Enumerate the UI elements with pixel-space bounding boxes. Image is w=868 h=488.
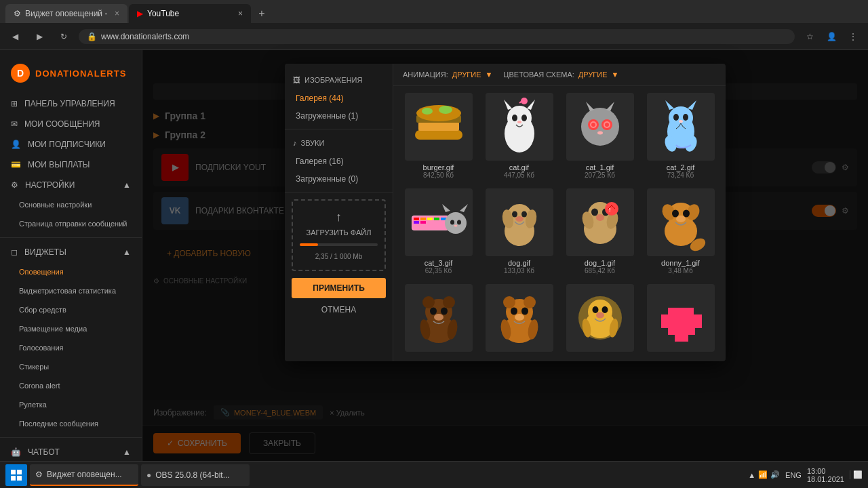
last-messages-label: Последние сообщения bbox=[19, 420, 98, 428]
gif-item-lion[interactable] bbox=[564, 284, 635, 354]
modal-sounds-gallery-item[interactable]: Галерея (16) bbox=[285, 152, 393, 170]
logo-icon: D bbox=[11, 64, 30, 83]
svg-rect-1 bbox=[418, 122, 459, 131]
start-button[interactable] bbox=[5, 464, 27, 486]
svg-rect-106 bbox=[688, 314, 695, 321]
color-dropdown-icon[interactable]: ▼ bbox=[612, 70, 619, 79]
taskbar-app-widget-icon: ⚙ bbox=[35, 470, 43, 479]
gif-thumb-dog1: ! bbox=[566, 188, 634, 256]
animation-value[interactable]: ДРУГИЕ bbox=[452, 70, 481, 79]
svg-marker-43 bbox=[442, 204, 450, 212]
svg-rect-40 bbox=[414, 221, 419, 224]
gif-item-cat1[interactable]: cat_1.gif 207,25 Кб bbox=[564, 93, 635, 179]
new-tab-button[interactable]: + bbox=[252, 4, 271, 23]
gif-item-heart[interactable] bbox=[645, 284, 716, 354]
sidebar-divider-1 bbox=[0, 237, 142, 238]
svg-marker-9 bbox=[527, 100, 535, 110]
sidebar-item-stickers[interactable]: Стикеры bbox=[0, 357, 142, 376]
gif-item-donny[interactable]: donny_1.gif 3,48 Мб bbox=[645, 188, 716, 274]
modal-uploaded-item[interactable]: Загруженные (1) bbox=[285, 107, 393, 125]
sidebar-item-widgets[interactable]: ◻ ВИДЖЕТЫ ▲ bbox=[0, 242, 142, 262]
sidebar-item-subscribers[interactable]: 👤 МОИ ПОДПИСЧИКИ bbox=[0, 134, 142, 155]
svg-point-10 bbox=[512, 115, 517, 121]
sidebar-item-fundraising[interactable]: Сбор средств bbox=[0, 300, 142, 319]
taskbar-app-obs[interactable]: ● OBS 25.0.8 (64-bit... bbox=[141, 464, 250, 486]
gif-item-bear1[interactable] bbox=[403, 284, 474, 354]
show-desktop-button[interactable]: ⬜ bbox=[850, 470, 863, 479]
forward-button[interactable]: ▶ bbox=[30, 27, 49, 46]
taskbar: ⚙ Виджет оповещен... ● OBS 25.0.8 (64-bi… bbox=[0, 461, 868, 488]
tab-close-youtube[interactable]: × bbox=[238, 9, 243, 18]
animation-dropdown-icon[interactable]: ▼ bbox=[485, 70, 492, 79]
upload-icon: ↑ bbox=[336, 210, 342, 224]
chatbot-expand-icon: ▲ bbox=[123, 447, 131, 457]
sidebar-item-basic-settings[interactable]: Основные настройки bbox=[0, 195, 142, 214]
sidebar-item-last-messages[interactable]: Последние сообщения bbox=[0, 414, 142, 433]
upload-progress-bar-track bbox=[300, 243, 378, 246]
modal-sidebar: 🖼 ИЗОБРАЖЕНИЯ Галерея (44) Загруженные (… bbox=[285, 64, 393, 361]
gif-item-dog[interactable]: dog.gif 133,03 Кб bbox=[484, 188, 555, 274]
gif-item-cat[interactable]: cat.gif 447,05 Кб bbox=[484, 93, 555, 179]
images-icon: 🖼 bbox=[293, 76, 300, 84]
sidebar-item-roulette[interactable]: Рулетка bbox=[0, 395, 142, 414]
sidebar-item-payouts[interactable]: 💳 МОИ ВЫПЛАТЫ bbox=[0, 155, 142, 175]
bookmark-icon[interactable]: ☆ bbox=[800, 27, 819, 46]
subscribers-icon: 👤 bbox=[11, 140, 21, 149]
gif-size-cat1: 207,25 Кб bbox=[585, 171, 615, 179]
refresh-button[interactable]: ↻ bbox=[54, 27, 73, 46]
browser-action-icons: ☆ 👤 ⋮ bbox=[800, 27, 863, 46]
sidebar-item-alerts[interactable]: Оповещения bbox=[0, 262, 142, 281]
gif-thumb-cat3 bbox=[405, 188, 473, 256]
address-input[interactable]: 🔒 www.donationalerts.com bbox=[79, 29, 795, 44]
stats-label: Виджетристовая статистика bbox=[19, 287, 116, 295]
tab-close-widget[interactable]: × bbox=[115, 9, 119, 18]
back-button[interactable]: ◀ bbox=[5, 27, 24, 46]
cancel-button[interactable]: ОТМЕНА bbox=[292, 301, 386, 319]
taskbar-app-widget[interactable]: ⚙ Виджет оповещен... bbox=[30, 464, 138, 486]
tab-youtube-favicon: ▶ bbox=[137, 9, 143, 18]
settings-label: НАСТРОЙКИ bbox=[25, 180, 75, 190]
sidebar-item-chatbot[interactable]: 🤖 ЧАТБОТ ▲ bbox=[0, 442, 142, 461]
svg-rect-38 bbox=[434, 218, 439, 220]
sidebar-item-stats[interactable]: Виджетристовая статистика bbox=[0, 281, 142, 300]
menu-icon[interactable]: ⋮ bbox=[844, 27, 863, 46]
tab-youtube[interactable]: ▶ YouTube × bbox=[129, 4, 251, 23]
sidebar-item-dashboard[interactable]: ⊞ ПАНЕЛЬ УПРАВЛЕНИЯ bbox=[0, 94, 142, 114]
upload-area[interactable]: ↑ ЗАГРУЗИТЬ ФАЙЛ 2,35 / 1 000 Mb bbox=[292, 199, 386, 271]
images-label: ИЗОБРАЖЕНИЯ bbox=[304, 76, 362, 84]
sidebar-item-settings[interactable]: ⚙ НАСТРОЙКИ ▲ bbox=[0, 175, 142, 195]
sidebar-item-send-page[interactable]: Страница отправки сообщений bbox=[0, 214, 142, 233]
svg-point-59 bbox=[591, 209, 598, 216]
sidebar-item-corona[interactable]: Corona alert bbox=[0, 376, 142, 395]
sounds-gallery-label: Галерея (16) bbox=[296, 157, 344, 166]
gif-size-dog1: 685,42 Кб bbox=[585, 267, 615, 274]
sidebar-item-messages[interactable]: ✉ МОИ СООБЩЕНИЯ bbox=[0, 114, 142, 134]
color-value[interactable]: ДРУГИЕ bbox=[578, 70, 608, 79]
gif-item-bear2[interactable] bbox=[484, 284, 555, 354]
svg-rect-118 bbox=[675, 335, 682, 342]
sidebar-item-media[interactable]: Размещение медиа bbox=[0, 319, 142, 338]
svg-point-70 bbox=[676, 216, 686, 222]
modal-gallery-item[interactable]: Галерея (44) bbox=[285, 89, 393, 107]
taskbar-lang: ENG bbox=[785, 471, 802, 479]
gif-size-cat2: 73,24 Кб bbox=[667, 171, 694, 179]
user-icon[interactable]: 👤 bbox=[822, 27, 841, 46]
svg-point-83 bbox=[503, 296, 515, 308]
gif-item-cat2[interactable]: cat_2.gif 73,24 Кб bbox=[645, 93, 716, 179]
gif-name-cat3: cat_3.gif bbox=[425, 259, 453, 267]
gif-size-cat3: 62,35 Кб bbox=[425, 267, 452, 274]
gif-item-dog1[interactable]: ! dog_1.gif 685,42 Кб bbox=[564, 188, 635, 274]
svg-rect-116 bbox=[682, 328, 688, 335]
gif-item-burger[interactable]: burger.gif 842,50 Кб bbox=[403, 93, 474, 179]
taskbar-obs-label: OBS 25.0.8 (64-bit... bbox=[155, 470, 229, 480]
gif-thumb-cat bbox=[486, 93, 553, 161]
svg-point-12 bbox=[517, 121, 521, 123]
send-page-label: Страница отправки сообщений bbox=[19, 220, 127, 228]
gif-item-cat3[interactable]: cat_3.gif 62,35 Кб bbox=[403, 188, 474, 274]
gif-size-donny: 3,48 Мб bbox=[668, 267, 692, 274]
tab-widget[interactable]: ⚙ Виджет оповещений - × bbox=[5, 4, 127, 23]
sidebar-item-voting[interactable]: Голосования bbox=[0, 338, 142, 357]
dashboard-icon: ⊞ bbox=[11, 99, 18, 108]
modal-sounds-uploaded-item[interactable]: Загруженные (0) bbox=[285, 170, 393, 188]
apply-button[interactable]: ПРИМЕНИТЬ bbox=[292, 278, 386, 298]
